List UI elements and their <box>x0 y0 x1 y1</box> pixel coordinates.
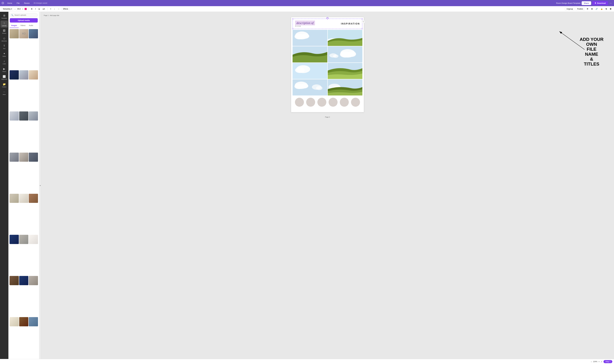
file-button[interactable]: File <box>15 1 21 5</box>
resize-button[interactable]: Resize <box>23 1 31 5</box>
sidebar-item-styles[interactable]: ✦ Styles <box>0 51 8 58</box>
sidebar-item-videos[interactable]: ▶ Videos <box>0 66 8 73</box>
selection-handle-bl[interactable] <box>292 28 293 29</box>
zoom-in-button[interactable]: + <box>599 361 600 363</box>
spacing-button[interactable]: ↕ <box>53 7 56 10</box>
list-item[interactable] <box>29 276 38 285</box>
list-item[interactable] <box>29 111 38 121</box>
sidebar-item-photos[interactable]: 🖼 Photos <box>0 28 8 35</box>
upload-media-button[interactable]: Upload media <box>10 18 38 23</box>
list-item[interactable] <box>10 276 19 285</box>
ungroup-button[interactable]: Ungroup <box>565 7 574 11</box>
grid-cell-5[interactable] <box>293 63 327 79</box>
list-item[interactable] <box>29 29 38 38</box>
grid-cell-6[interactable] <box>328 63 363 79</box>
list-item[interactable] <box>29 317 38 326</box>
increase-font-size-button[interactable]: + <box>22 8 23 10</box>
font-size-toggle-button[interactable]: aA <box>42 7 46 10</box>
copy-icon[interactable]: ⧉ <box>605 7 608 11</box>
sidebar-item-templates[interactable]: ⊞ Templates <box>0 13 8 20</box>
circle-placeholder-5[interactable] <box>340 98 349 107</box>
grid-cell-1[interactable] <box>293 30 327 46</box>
grid-cell-4[interactable] <box>328 46 363 63</box>
sidebar-item-background[interactable]: ⬜ Bkground <box>0 74 8 81</box>
circle-placeholder-1[interactable] <box>295 98 304 107</box>
more-text-options-button[interactable]: ↔ <box>57 7 60 10</box>
panel-collapse-handle[interactable]: ◀ <box>39 12 41 359</box>
list-item[interactable] <box>19 276 28 285</box>
share-button[interactable]: Share <box>582 1 591 5</box>
list-item[interactable] <box>19 111 28 121</box>
list-item[interactable] <box>29 194 38 203</box>
download-button[interactable]: ⬇ Download <box>592 1 608 5</box>
home-button[interactable]: Home <box>6 1 13 5</box>
more-options-button[interactable]: ··· <box>609 1 612 5</box>
sidebar-item-uploads[interactable]: ↑ Uploads <box>0 21 8 27</box>
list-item[interactable] <box>29 70 38 79</box>
sidebar-item-folders[interactable]: 📁 Folders <box>0 82 8 89</box>
list-item[interactable] <box>19 153 28 162</box>
styles-label: Styles <box>2 56 6 57</box>
search-input[interactable] <box>10 13 38 17</box>
grid-cell-3[interactable] <box>293 46 327 63</box>
room-text[interactable]: ROOM <box>295 25 301 27</box>
list-item[interactable] <box>10 317 19 326</box>
selection-handle-br[interactable] <box>362 28 363 29</box>
inspiration-text[interactable]: INSPIRATION <box>341 23 360 25</box>
canvas-area[interactable]: Page 1 · Add page title description of R… <box>41 12 614 359</box>
list-item[interactable] <box>10 111 19 121</box>
list-item[interactable] <box>29 153 38 162</box>
adjust-icon[interactable]: ⚙ <box>586 7 589 10</box>
sidebar-item-audio[interactable]: ♪ Audio <box>0 59 8 66</box>
delete-icon[interactable]: 🗑 <box>609 7 612 10</box>
circle-placeholder-2[interactable] <box>306 98 315 107</box>
font-selector[interactable]: Nickainley ▾ <box>2 7 13 11</box>
list-item[interactable] <box>10 29 19 38</box>
circle-placeholder-3[interactable] <box>317 98 326 107</box>
list-item[interactable] <box>10 194 19 203</box>
rotate-handle[interactable] <box>326 17 328 19</box>
favorite-icon[interactable]: 🤍 <box>362 20 365 23</box>
underline-button[interactable]: U <box>38 7 41 10</box>
grid-cell-8[interactable] <box>328 79 363 95</box>
list-item[interactable] <box>10 235 19 244</box>
tab-audio[interactable]: Audio <box>27 23 35 28</box>
grid-icon[interactable]: ⊞ <box>590 7 594 10</box>
position-button[interactable]: Position <box>576 7 585 11</box>
sidebar-item-elements[interactable]: ◇ Elements <box>0 36 8 43</box>
italic-button[interactable]: I <box>34 7 37 10</box>
sidebar-item-text[interactable]: T Text <box>0 43 8 50</box>
effects-button[interactable]: Effects <box>62 7 70 11</box>
list-item[interactable] <box>10 70 19 79</box>
selection-handle-tl[interactable] <box>292 18 293 19</box>
decrease-font-size-button[interactable]: – <box>14 8 15 10</box>
font-color-picker[interactable] <box>25 8 27 10</box>
list-item[interactable] <box>19 235 28 244</box>
selection-handle-tr[interactable] <box>362 18 363 19</box>
circle-placeholder-6[interactable] <box>351 98 360 107</box>
list-item[interactable] <box>19 194 28 203</box>
canvas-page-1[interactable]: description of ROOM INSPIRATION 🤍 <box>291 17 364 112</box>
list-item[interactable] <box>10 153 19 162</box>
sidebar-item-more[interactable]: ··· More <box>0 89 8 96</box>
tab-images[interactable]: Images <box>10 23 19 28</box>
link-icon[interactable]: 🔗 <box>595 7 599 10</box>
fit-screen-button[interactable]: ⤢ <box>601 361 602 363</box>
title-text-area[interactable]: description of ROOM INSPIRATION 🤍 <box>293 19 362 29</box>
font-size-value[interactable]: 35.8 <box>16 8 22 10</box>
bold-button[interactable]: B <box>30 7 33 10</box>
lock-icon[interactable]: 🔒 <box>600 7 604 10</box>
list-item[interactable]: XO <box>19 29 28 38</box>
grid-cell-2[interactable] <box>328 30 363 46</box>
help-button[interactable]: Help ? <box>603 360 612 363</box>
zoom-out-button[interactable]: – <box>591 361 592 363</box>
list-item[interactable] <box>19 317 28 326</box>
circle-placeholder-4[interactable] <box>329 98 337 107</box>
align-button[interactable]: ≡ <box>49 7 52 10</box>
tab-videos[interactable]: Videos <box>19 23 27 28</box>
list-item[interactable] <box>29 235 38 244</box>
description-text[interactable]: description of <box>295 21 315 25</box>
grid-cell-7[interactable] <box>293 79 327 95</box>
list-item[interactable] <box>19 70 28 79</box>
logo[interactable]: ⬡ <box>2 1 4 5</box>
